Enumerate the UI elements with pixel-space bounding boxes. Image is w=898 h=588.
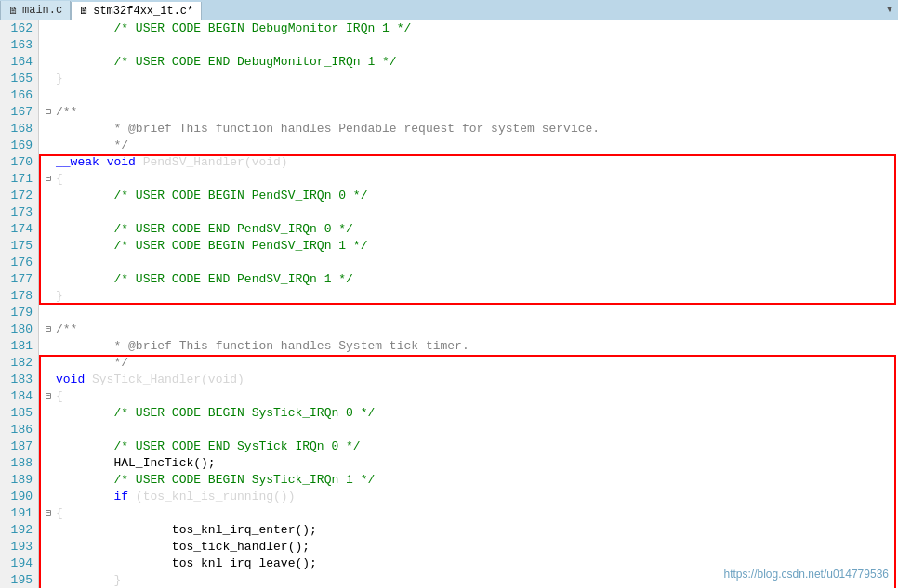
- line-content-187: /* USER CODE END SysTick_IRQn 0 */: [56, 438, 361, 455]
- code-line-193: tos_tick_handler();: [39, 539, 898, 555]
- line-content-188: HAL_IncTick();: [56, 455, 216, 472]
- code-line-163: [39, 37, 898, 54]
- code-line-166: [39, 87, 898, 104]
- line-number-171: 171: [0, 171, 38, 188]
- line-number-178: 178: [0, 288, 38, 305]
- code-line-188: HAL_IncTick();: [39, 455, 898, 472]
- code-line-184: ⊟{: [39, 388, 898, 405]
- tab-stm32-it-c[interactable]: 🗎 stm32f4xx_it.c*: [71, 2, 202, 20]
- code-line-165: }: [39, 71, 898, 87]
- line-content-193: tos_tick_handler();: [56, 539, 310, 555]
- line-number-184: 184: [0, 388, 38, 405]
- line-content-177: /* USER CODE END PendSV_IRQn 1 */: [56, 271, 353, 288]
- editor-container: 🗎 main.c 🗎 stm32f4xx_it.c* ▼ 16216316416…: [0, 0, 898, 588]
- code-line-192: tos_knl_irq_enter();: [39, 522, 898, 539]
- line-content-169: */: [56, 137, 128, 154]
- tab-stm32-icon: 🗎: [79, 5, 89, 17]
- line-number-169: 169: [0, 137, 38, 154]
- line-content-182: */: [56, 355, 128, 372]
- code-line-162: /* USER CODE BEGIN DebugMonitor_IRQn 1 *…: [39, 20, 898, 37]
- code-area: 1621631641651661671681691701711721731741…: [0, 20, 898, 588]
- line-number-190: 190: [0, 489, 38, 505]
- line-number-188: 188: [0, 455, 38, 472]
- line-number-172: 172: [0, 188, 38, 204]
- code-line-175: /* USER CODE BEGIN PendSV_IRQn 1 */: [39, 238, 898, 255]
- line-content-167: /**: [56, 104, 77, 121]
- line-number-195: 195: [0, 572, 38, 588]
- code-line-182: */: [39, 355, 898, 372]
- code-content[interactable]: /* USER CODE BEGIN DebugMonitor_IRQn 1 *…: [39, 20, 898, 588]
- line-number-176: 176: [0, 255, 38, 271]
- code-line-179: [39, 305, 898, 321]
- code-line-174: /* USER CODE END PendSV_IRQn 0 */: [39, 221, 898, 238]
- line-number-166: 166: [0, 87, 38, 104]
- code-line-189: /* USER CODE BEGIN SysTick_IRQn 1 */: [39, 472, 898, 489]
- line-content-180: /**: [56, 321, 77, 338]
- line-numbers: 1621631641651661671681691701711721731741…: [0, 20, 39, 588]
- line-content-172: /* USER CODE BEGIN PendSV_IRQn 0 */: [56, 188, 367, 204]
- line-content-178: }: [56, 288, 63, 305]
- line-number-175: 175: [0, 238, 38, 255]
- code-line-191: ⊟{: [39, 505, 898, 522]
- code-line-187: /* USER CODE END SysTick_IRQn 0 */: [39, 438, 898, 455]
- code-line-185: /* USER CODE BEGIN SysTick_IRQn 0 */: [39, 405, 898, 422]
- line-number-163: 163: [0, 37, 38, 54]
- tab-dropdown-button[interactable]: ▼: [881, 0, 898, 20]
- line-content-189: /* USER CODE BEGIN SysTick_IRQn 1 */: [56, 472, 375, 489]
- tab-bar: 🗎 main.c 🗎 stm32f4xx_it.c* ▼: [0, 0, 898, 20]
- line-content-184: {: [56, 388, 63, 405]
- line-content-164: /* USER CODE END DebugMonitor_IRQn 1 */: [56, 54, 397, 71]
- fold-icon-191[interactable]: ⊟: [43, 508, 54, 519]
- code-line-167: ⊟/**: [39, 104, 898, 121]
- fold-icon-167[interactable]: ⊟: [43, 107, 54, 118]
- line-number-170: 170: [0, 154, 38, 171]
- line-content-174: /* USER CODE END PendSV_IRQn 0 */: [56, 221, 353, 238]
- line-content-162: /* USER CODE BEGIN DebugMonitor_IRQn 1 *…: [56, 20, 411, 37]
- tab-stm32-label: stm32f4xx_it.c*: [93, 5, 193, 18]
- line-content-194: tos_knl_irq_leave();: [56, 555, 317, 572]
- line-number-187: 187: [0, 438, 38, 455]
- code-line-177: /* USER CODE END PendSV_IRQn 1 */: [39, 271, 898, 288]
- code-line-190: if (tos_knl_is_running()): [39, 489, 898, 505]
- line-number-182: 182: [0, 355, 38, 372]
- line-content-165: }: [56, 71, 63, 87]
- tab-main-c-icon: 🗎: [8, 5, 19, 17]
- line-number-193: 193: [0, 539, 38, 555]
- code-line-180: ⊟/**: [39, 321, 898, 338]
- code-line-183: void SysTick_Handler(void): [39, 372, 898, 388]
- line-number-168: 168: [0, 121, 38, 137]
- line-number-162: 162: [0, 20, 38, 37]
- fold-icon-184[interactable]: ⊟: [43, 391, 54, 402]
- code-line-172: /* USER CODE BEGIN PendSV_IRQn 0 */: [39, 188, 898, 204]
- code-line-168: * @brief This function handles Pendable …: [39, 121, 898, 137]
- line-number-181: 181: [0, 338, 38, 355]
- code-line-170: __weak void PendSV_Handler(void): [39, 154, 898, 171]
- line-number-174: 174: [0, 221, 38, 238]
- line-content-183: void SysTick_Handler(void): [56, 372, 244, 388]
- line-content-191: {: [56, 505, 63, 522]
- line-content-192: tos_knl_irq_enter();: [56, 522, 317, 539]
- line-content-168: * @brief This function handles Pendable …: [56, 121, 600, 137]
- line-content-171: {: [56, 171, 63, 188]
- line-content-181: * @brief This function handles System ti…: [56, 338, 469, 355]
- line-number-192: 192: [0, 522, 38, 539]
- line-number-191: 191: [0, 505, 38, 522]
- code-line-173: [39, 204, 898, 221]
- watermark: https://blog.csdn.net/u014779536: [724, 568, 889, 581]
- line-content-185: /* USER CODE BEGIN SysTick_IRQn 0 */: [56, 405, 375, 422]
- code-line-181: * @brief This function handles System ti…: [39, 338, 898, 355]
- fold-icon-171[interactable]: ⊟: [43, 174, 54, 185]
- code-line-169: */: [39, 137, 898, 154]
- line-number-164: 164: [0, 54, 38, 71]
- line-number-179: 179: [0, 305, 38, 321]
- line-content-195: }: [56, 572, 121, 588]
- code-line-186: [39, 422, 898, 438]
- line-number-183: 183: [0, 372, 38, 388]
- line-content-170: __weak void PendSV_Handler(void): [56, 154, 288, 171]
- line-number-185: 185: [0, 405, 38, 422]
- line-number-165: 165: [0, 71, 38, 87]
- code-line-176: [39, 255, 898, 271]
- fold-icon-180[interactable]: ⊟: [43, 324, 54, 335]
- line-number-189: 189: [0, 472, 38, 489]
- tab-main-c[interactable]: 🗎 main.c: [0, 1, 71, 20]
